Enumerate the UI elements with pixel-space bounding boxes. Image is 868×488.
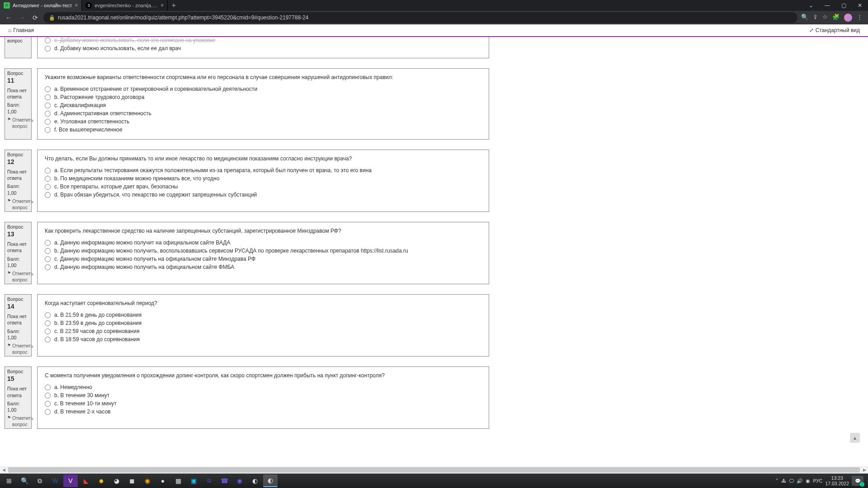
word-icon[interactable]: W: [48, 474, 62, 487]
answer-radio[interactable]: [45, 312, 51, 318]
answer-option[interactable]: e. Уголовная ответственность: [45, 118, 481, 125]
answer-radio[interactable]: [45, 337, 51, 343]
answer-radio[interactable]: [45, 176, 51, 182]
answer-option[interactable]: f. Все вышеперечисленное: [45, 127, 481, 133]
clock[interactable]: 13:23 17.03.2022: [825, 475, 849, 486]
tray-chevron-icon[interactable]: ˄: [776, 478, 778, 484]
start-button[interactable]: ⊞: [2, 474, 16, 487]
answer-radio[interactable]: [45, 409, 51, 415]
star-icon[interactable]: ☆: [822, 14, 828, 22]
answer-radio[interactable]: [45, 320, 51, 326]
answer-option[interactable]: d. Добавку можно использовать, если ее д…: [45, 45, 481, 52]
chrome-active-icon[interactable]: ◐: [263, 474, 278, 487]
back-button[interactable]: ←: [4, 14, 14, 21]
app-icon[interactable]: ●: [156, 474, 170, 487]
answer-radio[interactable]: [45, 94, 51, 100]
browser-tab-active[interactable]: R Антидопинг - онлайн-тест ×: [0, 0, 82, 11]
answer-radio[interactable]: [45, 127, 51, 133]
language-indicator[interactable]: РУС: [813, 478, 822, 483]
answer-option[interactable]: c. Данную информацию можно получить на о…: [45, 256, 481, 262]
address-bar[interactable]: 🔒 rusada2021.triagonal.net/online/mod/qu…: [43, 12, 797, 23]
chrome-icon[interactable]: ◐: [248, 474, 262, 487]
answer-option[interactable]: c. Дисквалификация: [45, 102, 481, 108]
answer-radio[interactable]: [45, 264, 51, 270]
answer-option[interactable]: a. Данную информацию можно получит на оф…: [45, 239, 481, 246]
network-icon[interactable]: 🖧: [781, 478, 786, 483]
browser-tab[interactable]: 3 evgeniirechenko - znanija.com ×: [82, 0, 168, 11]
volume-icon[interactable]: 🔊: [797, 478, 803, 484]
steam-icon[interactable]: ◕: [109, 474, 124, 487]
answer-option[interactable]: c. Добавку можно использовать, если это …: [45, 37, 481, 43]
answer-option[interactable]: b. Данную информацию можно получить, вос…: [45, 248, 481, 254]
app-icon[interactable]: ▣: [186, 474, 201, 487]
app-icon[interactable]: V: [63, 474, 78, 487]
epic-icon[interactable]: ◼: [125, 474, 139, 487]
reload-button[interactable]: ⟳: [31, 14, 40, 21]
close-tab-icon[interactable]: ×: [75, 2, 78, 9]
answer-option[interactable]: a. В 21:59 в день до соревнования: [45, 312, 481, 318]
search-icon[interactable]: 🔍: [17, 474, 32, 487]
answer-option[interactable]: a. Временное отстранение от тренировочно…: [45, 86, 481, 92]
answer-option[interactable]: d. Врач обязан убедиться, что лекарство …: [45, 192, 481, 198]
close-window-button[interactable]: ✕: [852, 0, 868, 11]
answer-radio[interactable]: [45, 119, 51, 125]
home-link[interactable]: ⌂ Главная: [8, 27, 34, 33]
flag-question-link[interactable]: ⚑Отметить вопрос: [5, 269, 31, 284]
scroll-to-top-button[interactable]: ▲: [850, 433, 860, 443]
answer-radio[interactable]: [45, 103, 51, 108]
new-tab-button[interactable]: +: [168, 0, 179, 11]
answer-radio[interactable]: [45, 46, 51, 52]
standard-view-link[interactable]: ⤢ Стандартный вид: [809, 27, 860, 33]
share-icon[interactable]: ⇪: [813, 14, 818, 22]
app-icon[interactable]: ◉: [140, 474, 155, 487]
task-view-icon[interactable]: ⧉: [33, 474, 47, 487]
answer-option[interactable]: c. В 22:59 часов до соревнования: [45, 328, 481, 334]
menu-icon[interactable]: ⋮: [857, 14, 863, 22]
answer-radio[interactable]: [45, 240, 51, 246]
app-icon[interactable]: ☻: [94, 474, 108, 487]
answer-option[interactable]: c. В течение 10-ти минут: [45, 400, 481, 407]
answer-option[interactable]: d. В 18:59 часов до соревнования: [45, 336, 481, 343]
nvidia-icon[interactable]: ◉: [806, 478, 810, 484]
flag-question-link[interactable]: ⚑Отметить вопрос: [5, 414, 31, 428]
answer-option[interactable]: a. Немедленно: [45, 384, 481, 390]
flag-question-link[interactable]: ⚑Отметить вопрос: [5, 342, 31, 356]
profile-avatar[interactable]: [844, 14, 852, 22]
horizontal-scrollbar[interactable]: ◀ ▶: [0, 466, 868, 474]
forward-button[interactable]: →: [17, 14, 27, 21]
close-tab-icon[interactable]: ×: [160, 2, 164, 9]
answer-radio[interactable]: [45, 393, 51, 399]
chevron-down-icon[interactable]: ⌄: [803, 0, 819, 11]
answer-radio[interactable]: [45, 328, 51, 334]
quiz-content[interactable]: вопрос c. Добавку можно использовать, ес…: [0, 37, 868, 466]
answer-radio[interactable]: [45, 385, 51, 390]
twitch-icon[interactable]: ⌑: [202, 474, 216, 487]
app-icon[interactable]: ◣: [79, 474, 93, 487]
answer-radio[interactable]: [45, 248, 51, 254]
answer-radio[interactable]: [45, 38, 51, 43]
answer-option[interactable]: d. Административная ответственность: [45, 110, 481, 117]
answer-radio[interactable]: [45, 168, 51, 174]
answer-radio[interactable]: [45, 86, 51, 92]
discord-icon[interactable]: ◉: [232, 474, 247, 487]
answer-radio[interactable]: [45, 256, 51, 262]
maximize-button[interactable]: ▢: [835, 0, 852, 11]
zoom-icon[interactable]: 🔍: [801, 14, 808, 22]
flag-question-link[interactable]: ⚑Отметить вопрос: [5, 197, 31, 211]
notification-center[interactable]: 💬2: [852, 476, 863, 486]
answer-option[interactable]: b. В 23:59 в день до соревнования: [45, 320, 481, 326]
puzzle-icon[interactable]: 🧩: [832, 14, 840, 22]
answer-option[interactable]: d. Данную информацию можно получить на о…: [45, 264, 481, 270]
answer-option[interactable]: d. В течение 2-х часов: [45, 408, 481, 415]
app-icon[interactable]: ▦: [171, 474, 185, 487]
viber-icon[interactable]: ☎: [217, 474, 231, 487]
answer-radio[interactable]: [45, 401, 51, 407]
display-icon[interactable]: 🖵: [789, 478, 794, 483]
answer-radio[interactable]: [45, 192, 51, 198]
answer-radio[interactable]: [45, 184, 51, 190]
answer-radio[interactable]: [45, 111, 51, 117]
answer-option[interactable]: b. По медицинским показаниям можно прини…: [45, 175, 481, 182]
answer-option[interactable]: b. В течение 30 минут: [45, 392, 481, 399]
flag-question-link[interactable]: ⚑Отметить вопрос: [5, 116, 31, 130]
answer-option[interactable]: a. Если результаты тестирования окажутся…: [45, 167, 481, 174]
